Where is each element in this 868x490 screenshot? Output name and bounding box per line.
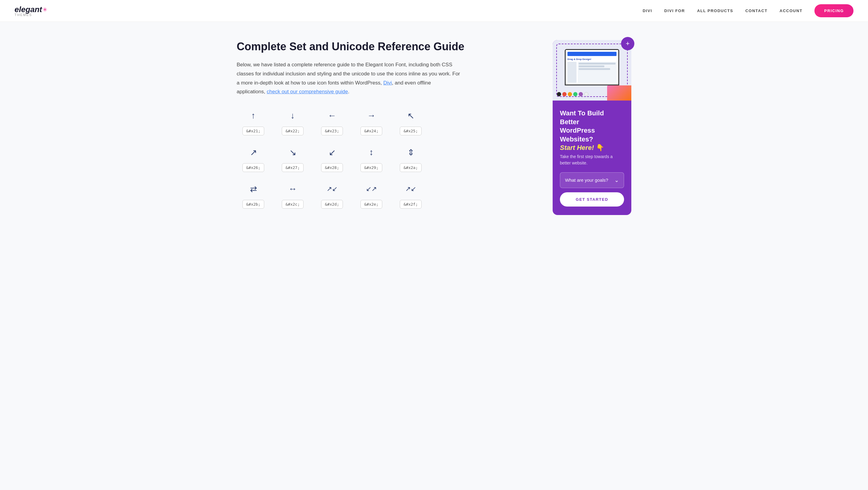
icon-grid: ↑ &#x21; ↓ &#x22; ← &#x23; → &#x24; ↖	[237, 108, 540, 209]
page-description: Below, we have listed a complete referen…	[237, 60, 461, 96]
guide-link[interactable]: check out our comprehensive guide	[267, 89, 348, 94]
mock-header	[567, 52, 617, 56]
nav-item-contact[interactable]: CONTACT	[745, 8, 768, 13]
icon-code-2a: &#x2a;	[400, 163, 422, 172]
sidebar-title: Want To Build Better WordPress Websites?…	[560, 109, 624, 152]
icon-cell-2e: ↙↗ &#x2e;	[355, 182, 388, 209]
color-circle-1	[557, 92, 561, 96]
sidebar-plus-button[interactable]: +	[621, 37, 634, 50]
chevron-down-icon: ⌄	[614, 177, 619, 183]
icon-code-22: &#x22;	[282, 126, 304, 135]
icon-code-21: &#x21;	[242, 126, 265, 135]
icon-code-2f: &#x2f;	[400, 200, 422, 209]
icon-cell-28: ↙ &#x28;	[315, 145, 349, 172]
icon-symbol-upleft: ↖	[407, 108, 414, 123]
icon-code-2c: &#x2c;	[282, 200, 304, 209]
sidebar-title-emoji: 👇	[596, 144, 604, 151]
sidebar-title-highlight: Start Here!	[560, 144, 594, 151]
mock-title: Drag & Drop Design!	[567, 58, 617, 61]
icon-symbol-diagonal-inout: ↗↙	[327, 182, 337, 196]
icon-symbol-right: →	[367, 108, 376, 123]
icon-symbol-upright: ↗	[250, 145, 257, 160]
icon-cell-22: ↓ &#x22;	[276, 108, 309, 135]
icon-code-25: &#x25;	[400, 126, 422, 135]
icon-cell-23: ← &#x23;	[315, 108, 349, 135]
monitor-screen-inner: Drag & Drop Design!	[566, 50, 618, 85]
monitor-mockup: Drag & Drop Design!	[562, 49, 622, 91]
mock-sidebar	[567, 62, 577, 83]
icon-symbol-collapse: ↗↙	[405, 182, 416, 196]
color-circle-2	[562, 92, 566, 96]
icon-code-29: &#x29;	[361, 163, 382, 172]
icon-cell-25: ↖ &#x25;	[394, 108, 427, 135]
color-circles	[557, 92, 588, 96]
sidebar: + Drag & Drop Design!	[553, 40, 631, 215]
nav-item-account[interactable]: ACCOUNT	[780, 8, 803, 13]
icon-code-26: &#x26;	[242, 163, 265, 172]
icon-symbol-up: ↑	[251, 108, 255, 123]
icon-code-23: &#x23;	[321, 126, 343, 135]
icon-cell-2a: ⇕ &#x2a;	[394, 145, 427, 172]
mock-line-1	[579, 63, 616, 64]
icon-symbol-updown2: ⇕	[407, 145, 414, 160]
icon-symbol-doubleswitch: ⇄	[250, 182, 257, 196]
logo-star-icon: ✳	[43, 6, 47, 13]
desc-text-3: .	[348, 89, 349, 94]
logo[interactable]: elegant ✳ themes	[14, 5, 47, 17]
icon-cell-21: ↑ &#x21;	[237, 108, 270, 135]
sidebar-cta-button[interactable]: GET STARTED	[560, 192, 624, 206]
color-circle-6	[584, 92, 588, 96]
icon-symbol-down: ↓	[290, 108, 295, 123]
logo-subtext: themes	[14, 13, 32, 17]
sidebar-goals-select[interactable]: What are your goals? ⌄	[560, 172, 624, 188]
icon-symbol-downleft: ↙	[329, 145, 336, 160]
sidebar-select-placeholder: What are your goals?	[565, 177, 608, 183]
icon-cell-29: ↕ &#x29;	[355, 145, 388, 172]
monitor-screen: Drag & Drop Design!	[565, 49, 619, 85]
icon-symbol-downright: ↘	[289, 145, 296, 160]
mock-line-3	[579, 68, 610, 70]
icon-cell-2f: ↗↙ &#x2f;	[394, 182, 427, 209]
divi-link[interactable]: Divi	[383, 80, 392, 86]
icon-row-2: ↗ &#x26; ↘ &#x27; ↙ &#x28; ↕ &#x29; ⇕	[237, 145, 540, 172]
mock-line-2	[579, 65, 604, 67]
icon-symbol-left: ←	[328, 108, 336, 123]
color-bar	[607, 85, 631, 100]
icon-cell-2b: ⇄ &#x2b;	[237, 182, 270, 209]
icon-code-28: &#x28;	[321, 163, 343, 172]
icon-cell-2d: ↗↙ &#x2d;	[315, 182, 349, 209]
pricing-button[interactable]: PRICING	[814, 4, 854, 17]
icon-code-24: &#x24;	[361, 126, 382, 135]
sidebar-card: Drag & Drop Design!	[553, 40, 631, 215]
sidebar-image-area: Drag & Drop Design!	[553, 40, 631, 100]
nav-item-divi[interactable]: DIVI	[643, 8, 652, 13]
icon-cell-2c: ↔ &#x2c;	[276, 182, 309, 209]
mock-main	[578, 62, 617, 83]
icon-symbol-leftright: ↔	[288, 182, 297, 196]
page-wrapper: Complete Set and Unicode Reference Guide…	[222, 22, 646, 233]
icon-code-2d: &#x2d;	[321, 200, 343, 209]
nav-item-divi-for[interactable]: DIVI FOR	[664, 8, 685, 13]
content-column: Complete Set and Unicode Reference Guide…	[237, 40, 540, 215]
icon-cell-27: ↘ &#x27;	[276, 145, 309, 172]
sidebar-description: Take the first step towards a better web…	[560, 153, 624, 166]
sidebar-text-content: Want To Build Better WordPress Websites?…	[553, 100, 631, 215]
color-circle-3	[568, 92, 572, 96]
icon-code-2b: &#x2b;	[242, 200, 265, 209]
icon-symbol-updown: ↕	[369, 145, 373, 160]
sidebar-title-line2: WordPress Websites?	[560, 126, 595, 143]
icon-cell-24: → &#x24;	[355, 108, 388, 135]
icon-cell-26: ↗ &#x26;	[237, 145, 270, 172]
nav-links: DIVI DIVI FOR ALL PRODUCTS CONTACT ACCOU…	[643, 4, 854, 17]
icon-code-27: &#x27;	[282, 163, 304, 172]
navbar: elegant ✳ themes DIVI DIVI FOR ALL PRODU…	[0, 0, 868, 22]
icon-symbol-expand: ↙↗	[366, 182, 377, 196]
sidebar-title-line1: Want To Build Better	[560, 109, 604, 126]
icon-row-1: ↑ &#x21; ↓ &#x22; ← &#x23; → &#x24; ↖	[237, 108, 540, 135]
color-circle-5	[579, 92, 583, 96]
nav-item-all-products[interactable]: ALL PRODUCTS	[697, 8, 733, 13]
color-circle-4	[573, 92, 578, 96]
icon-code-2e: &#x2e;	[361, 200, 382, 209]
mock-content	[567, 62, 617, 83]
icon-row-3: ⇄ &#x2b; ↔ &#x2c; ↗↙ &#x2d; ↙↗ &#x2e; ↗↙	[237, 182, 540, 209]
